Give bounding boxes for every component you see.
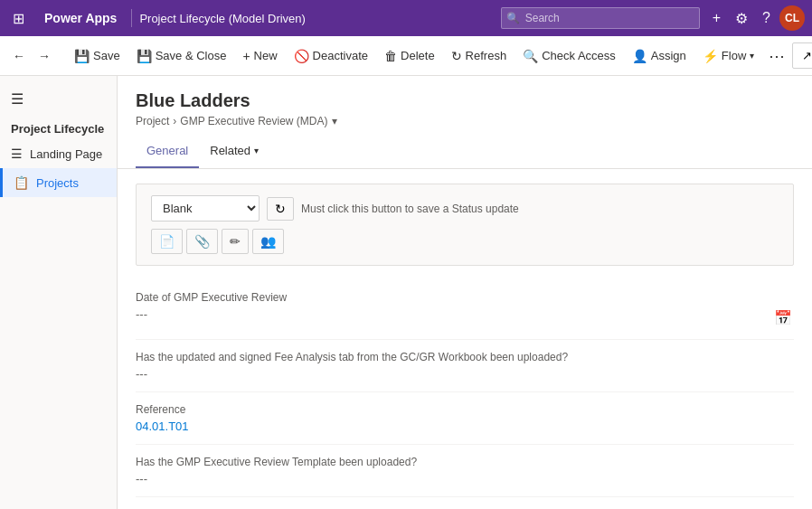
save-close-button[interactable]: 💾 Save & Close	[129, 43, 234, 69]
field-value-0: ---	[136, 307, 147, 321]
landing-page-icon: ☰	[11, 146, 23, 161]
save-button[interactable]: 💾 Save	[67, 43, 127, 69]
top-nav-actions: + ⚙ ? CL	[707, 5, 805, 31]
status-select[interactable]: Blank	[151, 195, 260, 222]
field-label-0: Date of GMP Executive Review	[136, 291, 794, 304]
sidebar-item-projects[interactable]: 📋 Projects	[0, 168, 117, 197]
record-header: Blue Ladders Project › GMP Executive Rev…	[118, 76, 812, 127]
field-value-wrapper-0: --- 📅	[136, 307, 794, 328]
status-action-people-icon[interactable]: 👥	[252, 229, 284, 254]
field-row-4: Reference 04.01.T02	[136, 497, 794, 509]
assign-button[interactable]: 👤 Assign	[625, 43, 694, 69]
share-button[interactable]: ↗ Share ▾	[792, 42, 812, 69]
field-label-3: Has the GMP Executive Review Template be…	[136, 456, 794, 468]
flow-icon: ⚡	[703, 49, 718, 63]
command-bar: ← → 💾 Save 💾 Save & Close + New 🚫 Deacti…	[0, 36, 812, 76]
app-title-label: Project Lifecycle (Model Driven)	[139, 12, 493, 25]
save-close-icon: 💾	[137, 49, 152, 63]
tabs: General Related ▾	[118, 135, 812, 169]
field-row-0: Date of GMP Executive Review --- 📅	[136, 280, 794, 340]
search-icon: 🔍	[506, 12, 520, 24]
grid-icon[interactable]: ⊞	[7, 6, 30, 31]
check-access-button[interactable]: 🔍 Check Access	[515, 43, 623, 69]
related-chevron-icon: ▾	[254, 146, 259, 156]
field-row-1: Has the updated and signed Fee Analysis …	[136, 340, 794, 392]
brand-label: Power Apps	[37, 11, 124, 25]
sidebar-item-label-landing: Landing Page	[30, 147, 102, 161]
field-value-1: ---	[136, 367, 147, 381]
record-title: Blue Ladders	[136, 90, 794, 111]
status-row: Blank ↻ Must click this button to save a…	[151, 195, 779, 222]
field-value-3: ---	[136, 472, 147, 485]
add-icon-button[interactable]: +	[707, 6, 726, 30]
check-access-icon: 🔍	[523, 49, 538, 63]
assign-icon: 👤	[632, 49, 647, 63]
delete-icon: 🗑	[384, 49, 397, 63]
field-row-2: Reference 04.01.T01	[136, 392, 794, 445]
refresh-icon: ↻	[451, 49, 462, 63]
avatar[interactable]: CL	[779, 5, 805, 31]
search-wrapper: 🔍	[501, 7, 700, 29]
settings-icon-button[interactable]: ⚙	[730, 6, 753, 31]
status-section: Blank ↻ Must click this button to save a…	[136, 184, 794, 266]
status-actions: 📄 📎 ✏ 👥	[151, 229, 779, 254]
sidebar-item-label-projects: Projects	[36, 176, 79, 190]
delete-button[interactable]: 🗑 Delete	[377, 43, 442, 69]
tab-general[interactable]: General	[136, 135, 199, 168]
field-label-1: Has the updated and signed Fee Analysis …	[136, 351, 794, 363]
new-button[interactable]: + New	[235, 43, 284, 69]
cmd-right-actions: ↗ Share ▾	[792, 42, 812, 69]
nav-divider	[131, 9, 132, 27]
status-action-upload-icon[interactable]: 📄	[151, 229, 183, 254]
field-section: Date of GMP Executive Review --- 📅 Has t…	[136, 280, 794, 509]
tab-related[interactable]: Related ▾	[199, 135, 269, 168]
sidebar-item-landing-page[interactable]: ☰ Landing Page	[0, 139, 117, 168]
field-row-3: Has the GMP Executive Review Template be…	[136, 445, 794, 497]
back-button[interactable]: ←	[7, 45, 31, 67]
save-icon: 💾	[74, 49, 90, 63]
share-icon: ↗	[802, 49, 812, 62]
search-input[interactable]	[501, 7, 700, 29]
deactivate-button[interactable]: 🚫 Deactivate	[287, 43, 375, 69]
flow-chevron-icon: ▾	[750, 51, 754, 61]
breadcrumb-dropdown-icon[interactable]: ▾	[332, 115, 337, 127]
status-action-attach-icon[interactable]: 📎	[186, 229, 218, 254]
main-layout: ☰ Project Lifecycle ☰ Landing Page 📋 Pro…	[0, 76, 812, 509]
breadcrumb-parent[interactable]: Project	[136, 115, 169, 127]
sidebar-app-name: Project Lifecycle	[0, 115, 117, 139]
calendar-icon-0[interactable]: 📅	[772, 307, 794, 328]
deactivate-icon: 🚫	[294, 49, 309, 63]
field-link-2[interactable]: 04.01.T01	[136, 419, 189, 433]
main-content: Blue Ladders Project › GMP Executive Rev…	[118, 76, 812, 509]
help-icon-button[interactable]: ?	[757, 6, 776, 30]
refresh-button[interactable]: ↻ Refresh	[444, 43, 515, 69]
flow-button[interactable]: ⚡ Flow ▾	[695, 43, 761, 69]
breadcrumb-current: GMP Executive Review (MDA)	[180, 115, 327, 127]
projects-icon: 📋	[14, 175, 29, 190]
sidebar: ☰ Project Lifecycle ☰ Landing Page 📋 Pro…	[0, 76, 118, 509]
new-icon: +	[242, 49, 250, 63]
status-refresh-button[interactable]: ↻	[267, 197, 294, 221]
breadcrumb: Project › GMP Executive Review (MDA) ▾	[136, 115, 794, 127]
forward-button[interactable]: →	[33, 45, 56, 67]
status-action-edit-icon[interactable]: ✏	[222, 229, 249, 254]
field-label-2: Reference	[136, 403, 794, 416]
top-navigation: ⊞ Power Apps Project Lifecycle (Model Dr…	[0, 0, 812, 36]
more-button[interactable]: ⋯	[763, 42, 790, 70]
breadcrumb-separator: ›	[173, 115, 176, 127]
form-content: Blank ↻ Must click this button to save a…	[118, 169, 812, 509]
status-hint: Must click this button to save a Status …	[301, 203, 519, 215]
sidebar-toggle[interactable]: ☰	[0, 83, 117, 115]
